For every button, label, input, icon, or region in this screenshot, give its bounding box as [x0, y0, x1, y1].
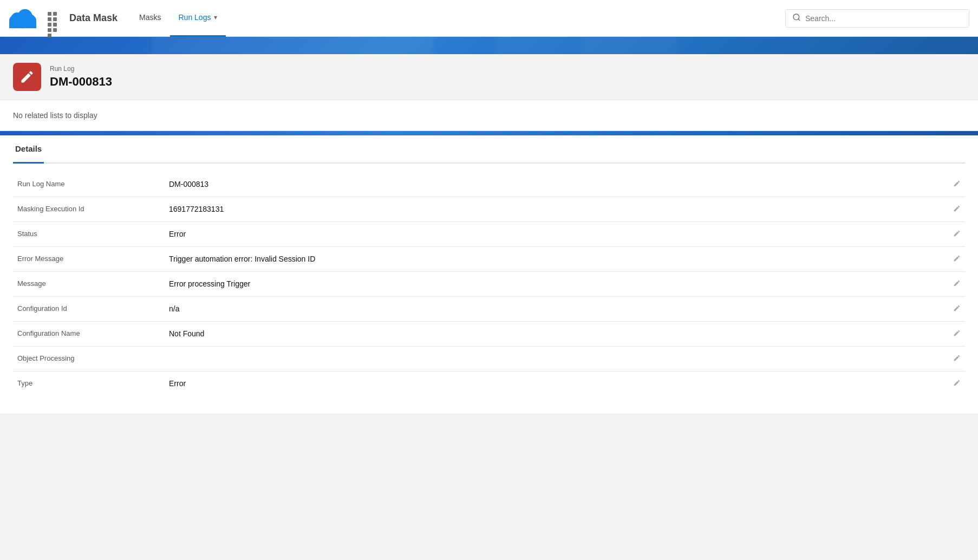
svg-line-6: [798, 19, 800, 21]
search-icon: [792, 13, 801, 24]
field-value: Error processing Trigger: [165, 272, 948, 297]
field-label: Message: [13, 272, 165, 297]
record-name: DM-000813: [50, 75, 112, 89]
table-row: Error Message Trigger automation error: …: [13, 247, 965, 272]
field-label: Configuration Id: [13, 297, 165, 322]
field-value: 1691772183131: [165, 197, 948, 222]
field-edit-btn-8[interactable]: [948, 372, 965, 396]
field-edit-btn-0[interactable]: [948, 172, 965, 197]
table-row: Run Log Name DM-000813: [13, 172, 965, 197]
field-label: Type: [13, 372, 165, 396]
run-logs-dropdown-chevron[interactable]: ▾: [214, 14, 217, 21]
field-label: Status: [13, 222, 165, 247]
blue-separator: [0, 131, 978, 135]
field-value: Error: [165, 222, 948, 247]
field-label: Configuration Name: [13, 322, 165, 347]
nav-tabs: Masks Run Logs ▾: [131, 0, 226, 37]
top-navigation: Data Mask Masks Run Logs ▾: [0, 0, 978, 37]
field-edit-btn-5[interactable]: [948, 297, 965, 322]
table-row: Configuration Id n/a: [13, 297, 965, 322]
tab-masks[interactable]: Masks: [131, 0, 169, 37]
table-row: Type Error: [13, 372, 965, 396]
svg-point-5: [793, 14, 799, 20]
field-edit-btn-1[interactable]: [948, 197, 965, 222]
svg-rect-4: [9, 20, 36, 28]
table-row: Message Error processing Trigger: [13, 272, 965, 297]
field-value: [165, 347, 948, 372]
app-title: Data Mask: [69, 12, 118, 24]
field-edit-btn-3[interactable]: [948, 247, 965, 272]
field-edit-btn-4[interactable]: [948, 272, 965, 297]
details-section: Details Run Log Name DM-000813 Masking E…: [0, 135, 978, 413]
field-label: Error Message: [13, 247, 165, 272]
field-label: Masking Execution Id: [13, 197, 165, 222]
field-edit-btn-6[interactable]: [948, 322, 965, 347]
salesforce-logo[interactable]: [9, 4, 45, 32]
field-value: Trigger automation error: Invalid Sessio…: [165, 247, 948, 272]
field-edit-btn-2[interactable]: [948, 222, 965, 247]
record-info: Run Log DM-000813: [50, 65, 112, 89]
table-row: Status Error: [13, 222, 965, 247]
search-bar: [785, 9, 969, 28]
field-value: Not Found: [165, 322, 948, 347]
tab-details[interactable]: Details: [13, 135, 44, 164]
field-edit-btn-7[interactable]: [948, 347, 965, 372]
field-value: DM-000813: [165, 172, 948, 197]
table-row: Masking Execution Id 1691772183131: [13, 197, 965, 222]
blue-banner: [0, 37, 978, 54]
record-icon: [13, 63, 41, 91]
field-value: n/a: [165, 297, 948, 322]
breadcrumb: Run Log: [50, 65, 112, 73]
record-header: Run Log DM-000813: [0, 54, 978, 100]
field-table: Run Log Name DM-000813 Masking Execution…: [13, 172, 965, 396]
details-tabs: Details: [13, 135, 965, 164]
app-grid-icon[interactable]: [45, 10, 63, 27]
tab-run-logs[interactable]: Run Logs ▾: [170, 0, 226, 37]
field-value: Error: [165, 372, 948, 396]
table-row: Object Processing: [13, 347, 965, 372]
field-label: Object Processing: [13, 347, 165, 372]
search-input[interactable]: [805, 14, 962, 23]
field-label: Run Log Name: [13, 172, 165, 197]
table-row: Configuration Name Not Found: [13, 322, 965, 347]
no-related-lists: No related lists to display: [0, 100, 978, 131]
edit-icon: [19, 69, 35, 84]
